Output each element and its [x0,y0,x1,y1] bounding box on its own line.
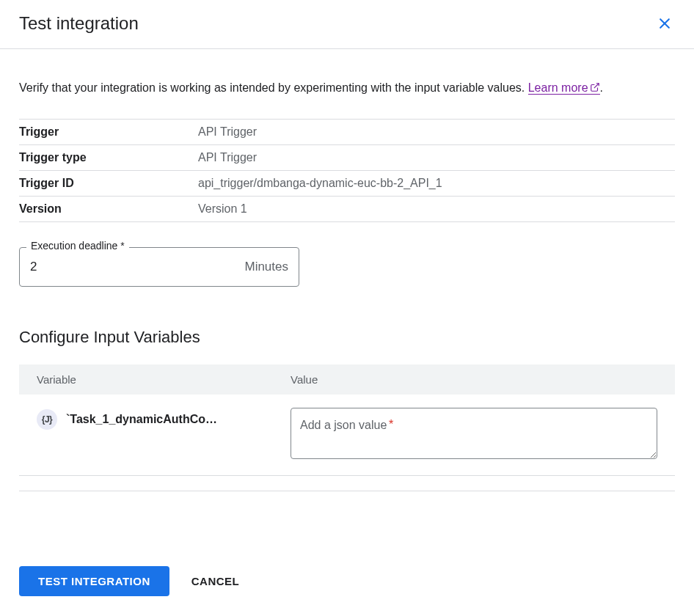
close-button[interactable] [654,13,675,34]
table-row: Version Version 1 [19,196,675,221]
test-integration-button[interactable]: TEST INTEGRATION [19,566,169,596]
trigger-info-table: Trigger API Trigger Trigger type API Tri… [19,119,675,222]
json-icon: {J} [37,409,57,430]
json-badge-text: {J} [42,414,53,425]
input-variables-table: Variable Value {J} `Task_1_dynamicAuthCo… [19,364,675,476]
description-part-a: Verify that your integration is working … [19,81,528,94]
trigger-type-label: Trigger type [19,144,198,170]
execution-deadline-field-wrap: Execution deadline * Minutes [19,247,299,287]
cancel-button[interactable]: CANCEL [191,575,240,587]
table-row: Trigger API Trigger [19,119,675,144]
close-icon [657,16,672,31]
dialog-actions: TEST INTEGRATION CANCEL [0,510,694,615]
execution-deadline-field[interactable]: Minutes [19,247,299,287]
table-header: Variable Value [19,364,675,395]
table-row: Trigger type API Trigger [19,144,675,170]
execution-deadline-label: Execution deadline * [26,240,129,252]
col-value: Value [273,364,675,395]
learn-more-link[interactable]: Learn more [528,81,600,95]
trigger-label: Trigger [19,119,198,144]
variable-cell: {J} `Task_1_dynamicAuthCo… [19,395,273,476]
dialog-body: Verify that your integration is working … [0,49,694,510]
input-variables-heading: Configure Input Variables [19,328,675,347]
variable-name: `Task_1_dynamicAuthCo… [66,413,217,426]
learn-more-text: Learn more [528,81,588,94]
divider [19,491,675,491]
version-value: Version 1 [198,196,675,221]
dialog-title: Test integration [19,13,139,34]
table-row: Trigger ID api_trigger/dmbanga-dynamic-e… [19,170,675,196]
description-part-b: . [600,81,603,94]
external-link-icon [590,79,600,98]
version-label: Version [19,196,198,221]
trigger-value: API Trigger [198,119,675,144]
value-cell: * [273,395,675,476]
trigger-type-value: API Trigger [198,144,675,170]
col-variable: Variable [19,364,273,395]
trigger-id-value: api_trigger/dmbanga-dynamic-euc-bb-2_API… [198,170,675,196]
description-text: Verify that your integration is working … [19,78,675,98]
execution-deadline-input[interactable] [30,260,244,274]
trigger-id-label: Trigger ID [19,170,198,196]
dialog-header: Test integration [0,0,694,49]
table-row: {J} `Task_1_dynamicAuthCo… * [19,395,675,476]
execution-deadline-unit: Minutes [244,260,288,274]
json-value-input[interactable] [291,408,657,459]
